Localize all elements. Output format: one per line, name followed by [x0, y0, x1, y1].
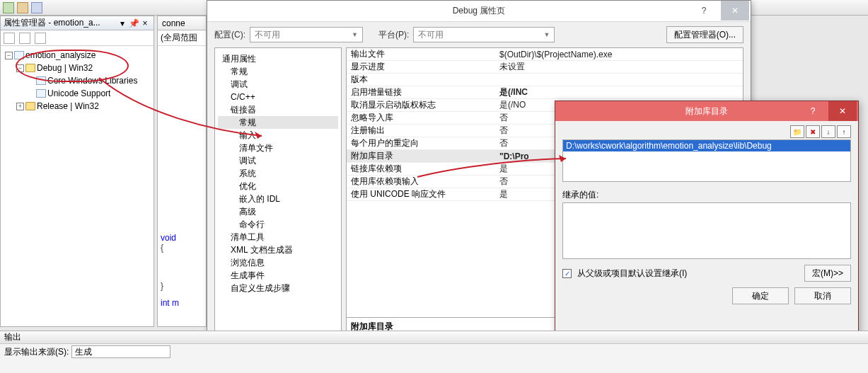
editor-tab[interactable]: conne — [158, 16, 206, 30]
cat-linker-opt[interactable]: 优化 — [218, 180, 338, 193]
cat-linker-system[interactable]: 系统 — [218, 167, 338, 180]
cat-label: 常规 — [231, 66, 248, 78]
cat-general[interactable]: 常规 — [218, 65, 338, 78]
toolbar-icon[interactable] — [4, 33, 15, 44]
scope-label: (全局范围 — [161, 33, 197, 42]
prop-row-output-file[interactable]: 输出文件$(OutDir)\$(ProjectName).exe — [347, 48, 743, 61]
cat-linker-debug[interactable]: 调试 — [218, 154, 338, 167]
output-title: 输出 — [4, 331, 21, 343]
prop-value: $(OutDir)\$(ProjectName).exe — [495, 48, 743, 60]
tree-root[interactable]: − emotion_analysize — [5, 49, 149, 62]
collapse-icon[interactable]: − — [5, 52, 13, 59]
prop-key: 链接库依赖项 — [347, 163, 495, 175]
tree-label: Release | Win32 — [37, 101, 99, 111]
cat-linker-cmd[interactable]: 命令行 — [218, 218, 338, 231]
code-line: { — [161, 243, 203, 253]
additional-lib-dirs-dialog: 附加库目录 ? ✕ 📁 ✖ ↓ ↑ D:\works\cwork\algorit… — [555, 101, 859, 355]
project-icon — [14, 51, 24, 59]
toolbar-icon[interactable] — [31, 2, 42, 13]
prop-row-incremental[interactable]: 启用增量链接是(/INC — [347, 86, 743, 99]
close-icon[interactable]: × — [139, 18, 151, 29]
panel-toolbar — [1, 30, 154, 46]
cat-label: 清单工具 — [231, 231, 265, 243]
cat-linker-idl[interactable]: 嵌入的 IDL — [218, 193, 338, 205]
chevron-down-icon: ▼ — [352, 31, 358, 38]
dropdown-icon[interactable]: ▾ — [117, 18, 128, 29]
prop-row-version[interactable]: 版本 — [347, 74, 743, 86]
config-manager-button[interactable]: 配置管理器(O)... — [666, 26, 743, 43]
prop-key: 版本 — [347, 74, 495, 86]
config-combo[interactable]: 不可用▼ — [250, 27, 363, 42]
expand-icon[interactable]: + — [16, 103, 24, 110]
move-up-button[interactable]: ↑ — [837, 125, 851, 138]
tree-label: Unicode Support — [47, 88, 110, 98]
lib-item-text: D:\works\cwork\algorithm\emotion_analysi… — [566, 141, 772, 151]
cat-label: 自定义生成步骤 — [231, 282, 290, 294]
close-button[interactable]: ✕ — [828, 101, 857, 121]
config-label: 配置(C): — [214, 29, 245, 41]
tree-debug-win32[interactable]: − Debug | Win32 — [5, 62, 149, 74]
lib-list[interactable]: D:\works\cwork\algorithm\emotion_analysi… — [562, 139, 851, 182]
button-label: 取消 — [814, 290, 831, 302]
inherited-label: 继承的值: — [562, 189, 851, 201]
close-button[interactable]: ✕ — [721, 1, 749, 21]
panel-title: 属性管理器 - emotion_a... — [4, 17, 117, 29]
output-panel: 输出 显示输出来源(S): 生成 — [0, 331, 868, 373]
folder-open-icon — [25, 64, 35, 72]
cat-linker-manifest[interactable]: 清单文件 — [218, 142, 338, 154]
cat-build[interactable]: 生成事件 — [218, 269, 338, 282]
cat-linker-adv[interactable]: 高级 — [218, 205, 338, 218]
cat-label: 生成事件 — [231, 270, 265, 282]
dialog-titlebar: 附加库目录 ? ✕ — [555, 101, 858, 121]
toolbar-icon[interactable] — [35, 33, 46, 44]
tree-release-win32[interactable]: + Release | Win32 — [5, 100, 149, 113]
tree-label: Core Windows Libraries — [47, 76, 137, 86]
help-button[interactable]: ? — [690, 1, 718, 21]
macros-button[interactable]: 宏(M)>> — [804, 265, 851, 282]
collapse-icon[interactable]: − — [16, 64, 24, 72]
combo-value: 不可用 — [255, 29, 280, 41]
prop-key: 每个用户的重定向 — [347, 137, 495, 149]
cat-xml[interactable]: XML 文档生成器 — [218, 243, 338, 256]
lib-list-item[interactable]: D:\works\cwork\algorithm\emotion_analysi… — [563, 140, 850, 151]
prop-key: 忽略导入库 — [347, 112, 495, 124]
scope-dropdown[interactable]: (全局范围 — [158, 30, 206, 46]
new-folder-button[interactable]: 📁 — [790, 125, 804, 138]
tree-core-windows-libraries[interactable]: Core Windows Libraries — [5, 74, 149, 87]
cat-linker[interactable]: 链接器 — [218, 103, 338, 116]
cat-common[interactable]: 通用属性 — [218, 52, 338, 65]
platform-combo[interactable]: 不可用▼ — [413, 27, 555, 42]
pin-icon[interactable]: 📌 — [128, 18, 139, 29]
move-down-button[interactable]: ↓ — [821, 125, 835, 138]
cancel-button[interactable]: 取消 — [794, 287, 851, 304]
inherit-checkbox-row: ✓ 从父级或项目默认设置继承(I) 宏(M)>> — [562, 265, 851, 282]
output-header: 输出 — [0, 331, 868, 344]
cat-browse[interactable]: 浏览信息 — [218, 256, 338, 269]
delete-button[interactable]: ✖ — [806, 125, 820, 138]
prop-key: 启用增量链接 — [347, 86, 495, 98]
cat-cpp[interactable]: C/C++ — [218, 91, 338, 103]
code-line: void — [161, 233, 203, 243]
folder-icon — [25, 102, 35, 110]
cat-custom[interactable]: 自定义生成步骤 — [218, 282, 338, 294]
prop-key: 使用 UNICODE 响应文件 — [347, 188, 495, 200]
help-button[interactable]: ? — [799, 101, 827, 121]
combo-value: 生成 — [75, 346, 92, 358]
prop-row-progress[interactable]: 显示进度未设置 — [347, 61, 743, 74]
tree-unicode-support[interactable]: Unicode Support — [5, 87, 149, 100]
toolbar-icon[interactable] — [3, 2, 14, 13]
cat-debug[interactable]: 调试 — [218, 78, 338, 91]
toolbar-icon[interactable] — [19, 33, 30, 44]
inherit-checkbox[interactable]: ✓ — [562, 269, 572, 278]
cat-linker-general[interactable]: 常规 — [218, 116, 338, 129]
tab-label: conne — [162, 18, 185, 28]
cat-label: C/C++ — [231, 92, 255, 102]
inherited-list[interactable] — [562, 202, 851, 259]
output-source-combo[interactable]: 生成 — [71, 345, 170, 358]
cat-manifest-tool[interactable]: 清单工具 — [218, 231, 338, 243]
ok-button[interactable]: 确定 — [732, 287, 789, 304]
dialog-title: Debug 属性页 — [453, 5, 506, 17]
toolbar-icon[interactable] — [17, 2, 28, 13]
tree-label: emotion_analysize — [25, 50, 96, 60]
cat-linker-input[interactable]: 输入 — [218, 129, 338, 142]
